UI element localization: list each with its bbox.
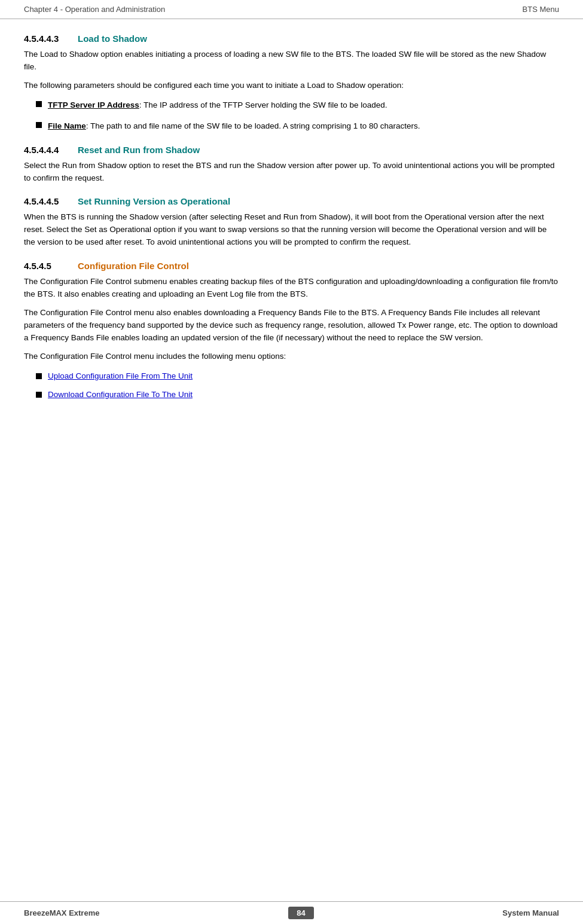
section-title-4544: Reset and Run from Shadow bbox=[78, 145, 200, 155]
bullet-rest-tftp: : The IP address of the TFTP Server hold… bbox=[139, 100, 387, 109]
header-left: Chapter 4 - Operation and Administration bbox=[24, 5, 165, 14]
bullet-bold-filename: File Name bbox=[48, 121, 86, 130]
section-title-4545main: Configuration File Control bbox=[78, 261, 189, 271]
footer-right: System Manual bbox=[502, 908, 559, 917]
section-number-4544: 4.5.4.4.4 bbox=[24, 145, 78, 155]
section-heading-4545main: 4.5.4.5 Configuration File Control bbox=[24, 261, 559, 271]
bullet-list-4543: TFTP Server IP Address: The IP address o… bbox=[36, 99, 559, 133]
footer-page-number: 84 bbox=[288, 907, 313, 919]
footer-left: BreezeMAX Extreme bbox=[24, 908, 99, 917]
section-heading-4543: 4.5.4.4.3 Load to Shadow bbox=[24, 33, 559, 44]
section-para-4543-0: The Load to Shadow option enables initia… bbox=[24, 48, 559, 74]
section-para-4545main-1: The Configuration File Control menu also… bbox=[24, 307, 559, 344]
section-number-4543: 4.5.4.4.3 bbox=[24, 33, 78, 44]
section-title-4543: Load to Shadow bbox=[78, 33, 147, 44]
bullet-text-tftp: TFTP Server IP Address: The IP address o… bbox=[48, 99, 387, 112]
bullet-item-tftp: TFTP Server IP Address: The IP address o… bbox=[36, 99, 559, 112]
bullet-text-filename: File Name: The path to and file name of … bbox=[48, 120, 420, 133]
bullet-bold-tftp: TFTP Server IP Address bbox=[48, 100, 139, 109]
bullet-square-icon bbox=[36, 101, 42, 107]
bullet-square-icon-upload bbox=[36, 373, 42, 379]
section-4543: 4.5.4.4.3 Load to Shadow The Load to Sha… bbox=[24, 33, 559, 133]
link-upload-config[interactable]: Upload Configuration File From The Unit bbox=[48, 371, 193, 380]
section-4545main: 4.5.4.5 Configuration File Control The C… bbox=[24, 261, 559, 399]
section-para-4545main-0: The Configuration File Control submenu e… bbox=[24, 276, 559, 301]
section-number-4545: 4.5.4.4.5 bbox=[24, 196, 78, 206]
link-bullet-upload: Upload Configuration File From The Unit bbox=[36, 371, 559, 380]
section-4544: 4.5.4.4.4 Reset and Run from Shadow Sele… bbox=[24, 145, 559, 185]
bullet-square-icon-2 bbox=[36, 122, 42, 128]
page-content: 4.5.4.4.3 Load to Shadow The Load to Sha… bbox=[0, 19, 583, 901]
section-heading-4544: 4.5.4.4.4 Reset and Run from Shadow bbox=[24, 145, 559, 155]
bullet-square-icon-download bbox=[36, 392, 42, 398]
page-header: Chapter 4 - Operation and Administration… bbox=[0, 0, 583, 19]
section-para-4545main-2: The Configuration File Control menu incl… bbox=[24, 350, 559, 363]
section-para-4545-0: When the BTS is running the Shadow versi… bbox=[24, 211, 559, 249]
header-right: BTS Menu bbox=[523, 5, 559, 14]
section-heading-4545: 4.5.4.4.5 Set Running Version as Operati… bbox=[24, 196, 559, 206]
link-bullet-list-4545main: Upload Configuration File From The Unit … bbox=[36, 371, 559, 399]
bullet-rest-filename: : The path to and file name of the SW fi… bbox=[86, 121, 420, 130]
section-number-4545main: 4.5.4.5 bbox=[24, 261, 78, 271]
link-download-config[interactable]: Download Configuration File To The Unit bbox=[48, 390, 193, 399]
section-para-4544-0: Select the Run from Shadow option to res… bbox=[24, 160, 559, 185]
section-4545: 4.5.4.4.5 Set Running Version as Operati… bbox=[24, 196, 559, 249]
bullet-item-filename: File Name: The path to and file name of … bbox=[36, 120, 559, 133]
section-para-4543-1: The following parameters should be confi… bbox=[24, 80, 559, 92]
page-footer: BreezeMAX Extreme 84 System Manual bbox=[0, 901, 583, 924]
section-title-4545: Set Running Version as Operational bbox=[78, 196, 230, 206]
link-bullet-download: Download Configuration File To The Unit bbox=[36, 390, 559, 399]
